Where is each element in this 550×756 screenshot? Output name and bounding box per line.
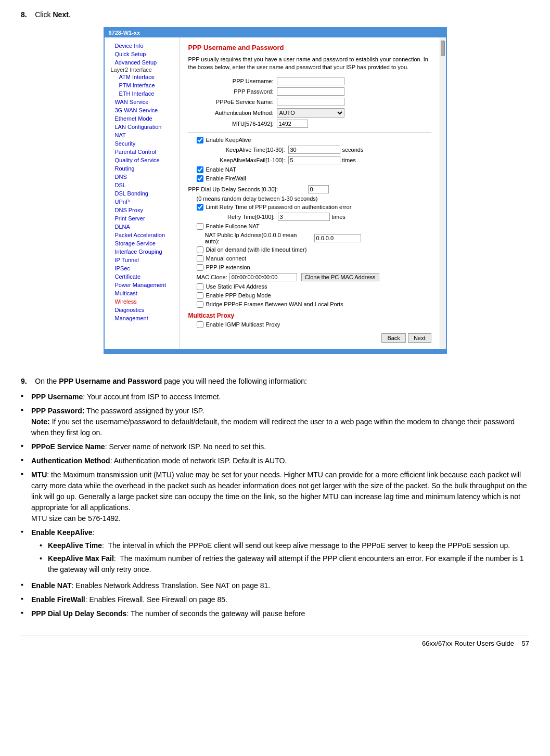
sidebar-bottom-bar — [105, 349, 446, 353]
step8-text: Click — [35, 10, 53, 19]
ppp-password-input[interactable] — [277, 87, 344, 96]
sidebar-item-power-mgmt[interactable]: Power Management — [105, 281, 180, 289]
bridge-pppoe-checkbox[interactable] — [197, 301, 203, 308]
sub-keepalive-maxfail-content: KeepAlive Max Fail: The maximum number o… — [48, 553, 529, 575]
retry-time-input[interactable] — [278, 213, 330, 221]
sidebar-item-ptm[interactable]: PTM Interface — [105, 81, 180, 89]
sidebar-item-quick-setup[interactable]: Quick Setup — [105, 50, 180, 58]
back-button[interactable]: Back — [381, 333, 405, 343]
router-body: Device Info Quick Setup Advanced Setup L… — [105, 37, 446, 349]
bullet-ppp-password-content: PPP Password: The password assigned by y… — [31, 406, 529, 438]
keepalive-maxfail-input[interactable] — [288, 156, 340, 164]
sidebar-item-print-server[interactable]: Print Server — [105, 214, 180, 223]
note-bold: Note: — [31, 418, 50, 426]
static-ipv4-label: Use Static IPv4 Address — [206, 283, 267, 290]
nat-public-ip-row: NAT Public Ip Address(0.0.0.0 mean auto)… — [205, 232, 431, 244]
sidebar-item-ethernet-mode[interactable]: Ethernet Mode — [105, 114, 180, 123]
sidebar-item-dns-proxy[interactable]: DNS Proxy — [105, 206, 180, 214]
divider1 — [188, 132, 431, 133]
fullcone-checkbox[interactable] — [197, 223, 203, 230]
firewall-checkbox[interactable] — [197, 175, 203, 182]
manual-connect-checkbox[interactable] — [197, 255, 203, 262]
scroll-thumb[interactable] — [441, 41, 445, 56]
bullet-keepalive-content: Enable KeepAlive: KeepAlive Time: The in… — [31, 527, 529, 577]
sidebar-item-multicast[interactable]: Multicast — [105, 289, 180, 297]
step9-pre: On the — [35, 377, 59, 385]
clone-pc-mac-button[interactable]: Clone the PC MAC Address — [301, 273, 379, 281]
keepalive-checkbox[interactable] — [197, 137, 203, 144]
sidebar-item-nat[interactable]: NAT — [105, 131, 180, 139]
manual-connect-row: Manual connect — [197, 255, 431, 262]
sidebar-item-management[interactable]: Management — [105, 314, 180, 322]
mtu-row: MTU[576-1492]: — [188, 120, 431, 128]
sidebar-item-dlna[interactable]: DLNA — [105, 223, 180, 231]
limit-retry-checkbox[interactable] — [197, 204, 203, 211]
nat-public-ip-input[interactable] — [314, 234, 361, 242]
auth-method-select[interactable]: AUTO — [277, 108, 344, 118]
keepalive-label: Enable KeepAlive — [206, 137, 251, 143]
sidebar-item-storage-service[interactable]: Storage Service — [105, 239, 180, 247]
step9-number: 9. — [21, 377, 27, 385]
sidebar-item-security[interactable]: Security — [105, 139, 180, 148]
keepalive-maxfail-row: KeepAliveMaxFail[1-100]: times — [205, 156, 431, 164]
mtu-input[interactable] — [277, 120, 308, 128]
router-ui-box: 6728-W1-xx Device Info Quick Setup Advan… — [104, 27, 447, 354]
ppp-username-input[interactable] — [277, 77, 344, 85]
igmp-row: Enable IGMP Multicast Proxy — [197, 321, 431, 328]
next-button[interactable]: Next — [408, 333, 431, 343]
ppp-debug-checkbox[interactable] — [197, 292, 203, 299]
mac-clone-input[interactable] — [229, 273, 297, 281]
sidebar-item-lan-config[interactable]: LAN Configuration — [105, 123, 180, 131]
firewall-row: Enable FireWall — [197, 175, 431, 182]
sidebar-item-3g-wan[interactable]: 3G WAN Service — [105, 106, 180, 114]
term-keepalive-time: KeepAlive Time — [48, 541, 102, 550]
ppp-ip-ext-checkbox[interactable] — [197, 264, 203, 271]
sidebar-item-interface-grouping[interactable]: Interface Grouping — [105, 247, 180, 256]
page-footer: 66xx/67xx Router Users Guide 57 — [21, 635, 529, 647]
sidebar-item-dns[interactable]: DNS — [105, 173, 180, 181]
sidebar-item-dsl-bonding[interactable]: DSL Bonding — [105, 189, 180, 198]
pppoe-service-row: PPPoE Service Name: — [188, 98, 431, 106]
static-ipv4-row: Use Static IPv4 Address — [197, 283, 431, 290]
sidebar-item-eth[interactable]: ETH Interface — [105, 89, 180, 98]
nat-public-ip-label: NAT Public Ip Address(0.0.0.0 mean auto)… — [205, 232, 314, 244]
fullcone-row: Enable Fullcone NAT — [197, 223, 431, 230]
step8-header: 8. Click Next. — [21, 10, 529, 19]
ppp-dial-delay-input[interactable] — [308, 185, 329, 193]
ppp-password-note: Note: If you set the username/password t… — [31, 418, 515, 437]
step9-bullet-list: PPP Username: Your account from ISP to a… — [21, 392, 529, 619]
sidebar-item-qos[interactable]: Quality of Service — [105, 156, 180, 164]
sidebar-item-wan-service[interactable]: WAN Service — [105, 98, 180, 106]
sidebar-item-certificate[interactable]: Certificate — [105, 272, 180, 281]
sidebar-item-ip-tunnel[interactable]: IP Tunnel — [105, 256, 180, 264]
sidebar-item-wireless[interactable]: Wireless — [105, 297, 180, 306]
scrollbar[interactable] — [440, 37, 446, 349]
sidebar-item-packet-acceleration[interactable]: Packet Acceleration — [105, 231, 180, 239]
sidebar-item-routing[interactable]: Routing — [105, 164, 180, 173]
sidebar-item-atm[interactable]: ATM Interface — [105, 73, 180, 81]
dial-on-demand-checkbox[interactable] — [197, 246, 203, 253]
static-ipv4-checkbox[interactable] — [197, 283, 203, 290]
pppoe-service-input[interactable] — [277, 98, 344, 106]
sidebar-item-dsl[interactable]: DSL — [105, 181, 180, 189]
sidebar-item-diagnostics[interactable]: Diagnostics — [105, 306, 180, 314]
bullet-enable-nat: Enable NAT: Enables Network Address Tran… — [21, 580, 529, 591]
sidebar-item-upnp[interactable]: UPnP — [105, 198, 180, 206]
ppp-ip-ext-row: PPP IP extension — [197, 264, 431, 271]
sidebar-item-parental-control[interactable]: Parental Control — [105, 148, 180, 156]
limit-retry-label: Limit Retry Time of PPP password on auth… — [206, 204, 352, 210]
step9-intro: 9. On the PPP Username and Password page… — [21, 377, 529, 385]
sidebar-item-ipsec[interactable]: IPSec — [105, 264, 180, 272]
keepalive-row: Enable KeepAlive — [197, 137, 431, 144]
ppp-description: PPP usually requires that you have a use… — [188, 56, 431, 72]
bullet-keepalive: Enable KeepAlive: KeepAlive Time: The in… — [21, 527, 529, 577]
bridge-pppoe-row: Bridge PPPoE Frames Between WAN and Loca… — [197, 301, 431, 308]
term-enable-firewall: Enable FireWall — [31, 595, 85, 604]
bullet-enable-nat-content: Enable NAT: Enables Network Address Tran… — [31, 580, 529, 591]
mtu-label: MTU[576-1492]: — [188, 121, 277, 127]
keepalive-time-input[interactable] — [288, 146, 340, 154]
sidebar-item-device-info[interactable]: Device Info — [105, 42, 180, 50]
bullet-ppp-dial-delay: PPP Dial Up Delay Seconds: The number of… — [21, 608, 529, 619]
igmp-checkbox[interactable] — [197, 321, 203, 328]
nat-checkbox[interactable] — [197, 166, 203, 173]
